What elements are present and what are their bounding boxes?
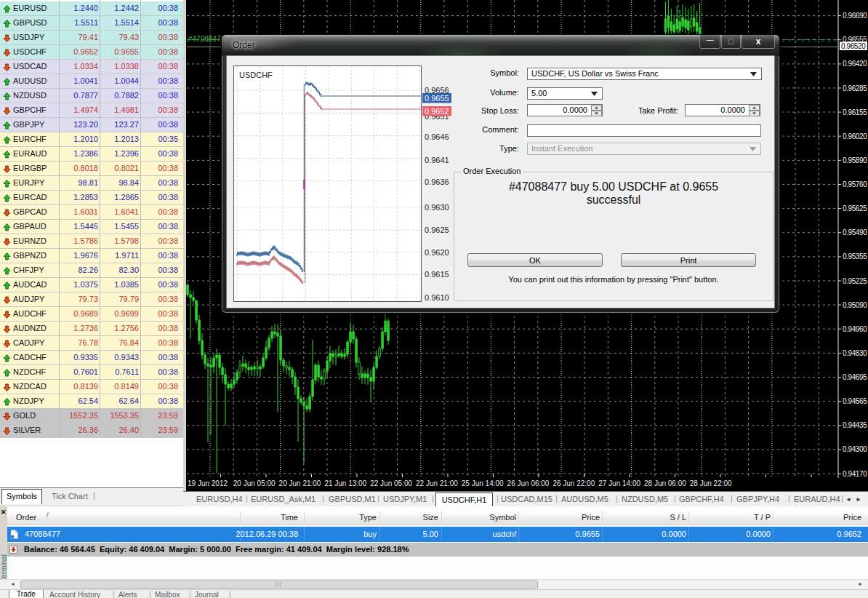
svg-text:0.9615: 0.9615 — [425, 270, 449, 279]
svg-text:0.96155: 0.96155 — [843, 108, 867, 116]
svg-text:0.96420: 0.96420 — [843, 60, 867, 68]
svg-text:USDCHF: USDCHF — [239, 71, 273, 79]
svg-text:27 Jun 14:00: 27 Jun 14:00 — [598, 479, 640, 487]
svg-text:0.9625: 0.9625 — [425, 226, 449, 234]
svg-text:21 Jun 13:00: 21 Jun 13:00 — [324, 479, 366, 487]
svg-text:0.94170: 0.94170 — [843, 470, 867, 478]
svg-text:25 Jun 14:00: 25 Jun 14:00 — [462, 479, 504, 487]
svg-text:0.94960: 0.94960 — [843, 325, 867, 333]
svg-text:0.94300: 0.94300 — [843, 445, 867, 453]
svg-text:0.9610: 0.9610 — [425, 293, 449, 302]
svg-text:26 Jun 06:00: 26 Jun 06:00 — [507, 479, 550, 487]
svg-text:0.94565: 0.94565 — [843, 397, 867, 405]
svg-text:0.94830: 0.94830 — [843, 349, 867, 357]
svg-text:0.9641: 0.9641 — [425, 156, 449, 164]
svg-text:0.95355: 0.95355 — [843, 252, 867, 260]
svg-text:20 Jun 05:00: 20 Jun 05:00 — [233, 479, 276, 487]
svg-text:0.95225: 0.95225 — [843, 277, 867, 285]
svg-text:0.9655: 0.9655 — [425, 94, 449, 103]
svg-text:0.95890: 0.95890 — [843, 156, 867, 164]
svg-text:0.9630: 0.9630 — [425, 203, 449, 212]
svg-text:0.95490: 0.95490 — [843, 228, 867, 236]
svg-text:19 Jun 2012: 19 Jun 2012 — [188, 479, 228, 487]
svg-text:28 Jun 22:00: 28 Jun 22:00 — [690, 479, 732, 487]
svg-text:0.95760: 0.95760 — [843, 180, 867, 188]
svg-text:0.95625: 0.95625 — [843, 204, 867, 212]
svg-text:0.9620: 0.9620 — [425, 248, 449, 257]
svg-text:0.94435: 0.94435 — [843, 421, 867, 429]
svg-text:22 Jun 05:00: 22 Jun 05:00 — [370, 479, 412, 487]
svg-text:0.96520: 0.96520 — [841, 42, 866, 50]
svg-text:0.96020: 0.96020 — [843, 132, 867, 140]
svg-text:0.9636: 0.9636 — [425, 178, 449, 186]
svg-text:0.9646: 0.9646 — [425, 132, 449, 141]
svg-text:0.95090: 0.95090 — [843, 301, 867, 309]
svg-text:26 Jun 22:00: 26 Jun 22:00 — [552, 479, 595, 487]
svg-text:20 Jun 21:00: 20 Jun 21:00 — [279, 479, 321, 487]
svg-text:0.94695: 0.94695 — [843, 373, 867, 381]
svg-text:28 Jun 06:00: 28 Jun 06:00 — [644, 479, 686, 487]
svg-text:22 Jun 21:00: 22 Jun 21:00 — [416, 479, 458, 487]
svg-text:0.96690: 0.96690 — [843, 12, 867, 20]
svg-text:0.9652: 0.9652 — [425, 107, 449, 116]
svg-text:0.96285: 0.96285 — [843, 84, 867, 92]
